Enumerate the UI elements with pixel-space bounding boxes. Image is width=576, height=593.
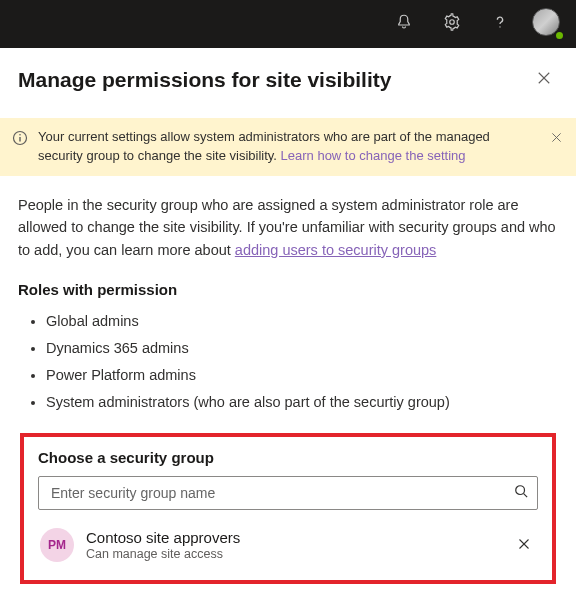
selected-group-row: PM Contoso site approvers Can manage sit… [38,524,538,566]
presence-indicator [554,30,565,41]
svg-point-0 [450,20,455,25]
group-avatar: PM [40,528,74,562]
group-name: Contoso site approvers [86,529,500,546]
app-topbar [0,0,576,48]
page-title: Manage permissions for site visibility [18,68,391,92]
group-subtitle: Can manage site access [86,547,500,561]
roles-list: Global admins Dynamics 365 admins Power … [18,308,558,415]
svg-point-1 [499,26,500,27]
list-item: Global admins [46,308,558,335]
close-panel-button[interactable] [530,66,558,94]
close-icon [551,129,562,147]
svg-point-6 [19,134,21,136]
info-icon [12,130,28,146]
remove-group-button[interactable] [512,533,536,557]
help-icon [491,13,509,35]
security-group-search [38,476,538,510]
close-icon [518,536,530,554]
list-item: Dynamics 365 admins [46,335,558,362]
list-item: Power Platform admins [46,362,558,389]
settings-button[interactable] [432,4,472,44]
bell-icon [395,13,413,35]
info-message-bar: Your current settings allow system admin… [0,118,576,176]
choose-group-heading: Choose a security group [38,449,538,466]
security-group-input[interactable] [38,476,538,510]
intro-learn-link[interactable]: adding users to security groups [235,242,437,258]
panel-header: Manage permissions for site visibility [18,66,558,94]
info-message-text: Your current settings allow system admin… [38,128,536,166]
info-learn-link[interactable]: Learn how to change the setting [281,148,466,163]
highlight-box: Choose a security group PM Contoso site … [20,433,556,584]
roles-heading: Roles with permission [18,281,558,298]
notifications-button[interactable] [384,4,424,44]
intro-paragraph: People in the security group who are ass… [18,194,558,261]
dismiss-info-button[interactable] [546,128,566,148]
gear-icon [443,13,461,35]
help-button[interactable] [480,4,520,44]
user-avatar-button[interactable] [532,8,564,40]
close-icon [537,71,551,89]
list-item: System administrators (who are also part… [46,389,558,416]
